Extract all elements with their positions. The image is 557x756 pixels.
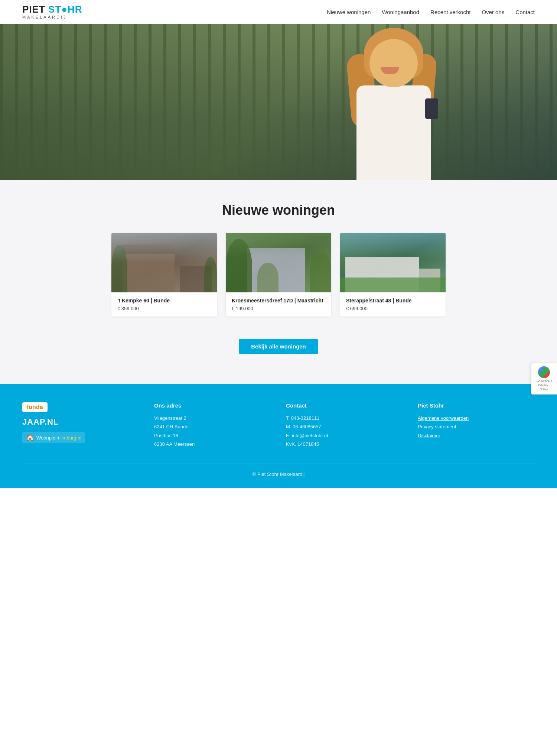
logo-piet: PIET (22, 4, 45, 15)
footer-adres-line3: Postbus 18 (154, 431, 271, 440)
woonplein-logo: 🏠 Woonplein limburg.nl (22, 432, 85, 443)
footer-ons-adres: Ons adres Vliegenstraat 2 6241 CH Bunde … (154, 402, 271, 449)
site-header: PIET ST●HR MAKELAARDIJ Nieuwe woningen W… (0, 0, 557, 24)
card-price-kroesmeestersdreef: € 199.000 (232, 306, 325, 311)
footer-link-disclaimer[interactable]: Disclaimer (418, 431, 535, 440)
card-image-sterappelstraat (340, 233, 446, 292)
card-address-sterappelstraat: Sterappelstraat 48 | Bunde (346, 298, 440, 304)
footer-link-algemene-voorwaarden[interactable]: Algemene voorwaarden (418, 414, 535, 422)
card-info-kroesmeestersdreef: Kroesmeestersdreef 17D | Maastricht € 19… (226, 292, 331, 317)
bekijk-alle-woningen-button[interactable]: Bekijk alle woningen (239, 339, 318, 354)
footer-adres-line2: 6241 CH Bunde (154, 422, 271, 431)
woonplein-text: Woonplein limburg.nl (36, 435, 81, 441)
woonplein-icon: 🏠 (26, 434, 34, 442)
footer-kvk: KvK. 14071845 (286, 440, 403, 448)
property-card-kroesmeestersdreef[interactable]: Kroesmeestersdreef 17D | Maastricht € 19… (226, 233, 331, 317)
footer-adres-line4: 6230 AA Meerssen (154, 440, 271, 448)
footer-mobiel: M. 06-46085657 (286, 422, 403, 431)
footer-adres-title: Ons adres (154, 402, 271, 409)
footer-contact: Contact T. 043-3218111 M. 06-46085657 E.… (286, 402, 403, 449)
funda-text: funda (27, 404, 43, 411)
card-image-kempke (111, 233, 217, 292)
recaptcha-text: reCAPTCHAPrivacy · Terms (535, 380, 553, 391)
logo-sub: MAKELAARDIJ (22, 15, 82, 19)
nav-over-ons[interactable]: Over ons (482, 9, 504, 15)
footer-telefoon: T. 043-3218111 (286, 414, 403, 422)
jaap-logo: JAAP.NL (22, 417, 139, 427)
footer-contact-title: Contact (286, 402, 403, 409)
footer-piet-stohr: Piet Stohr Algemene voorwaarden Privacy … (418, 402, 535, 449)
card-info-kempke: 't Kempke 60 | Bunde € 359.000 (111, 292, 217, 317)
nav-recent-verkocht[interactable]: Recent verkocht (430, 9, 470, 15)
hero-person (342, 24, 446, 180)
nav-nieuwe-woningen[interactable]: Nieuwe woningen (327, 9, 371, 15)
card-price-kempke: € 359.000 (117, 306, 211, 311)
hero-section (0, 24, 557, 180)
nav-contact[interactable]: Contact (515, 9, 535, 15)
section-title: Nieuwe woningen (22, 202, 535, 218)
property-cards: 't Kempke 60 | Bunde € 359.000 Kroesmees… (111, 233, 446, 317)
funda-logo: funda (22, 402, 48, 412)
footer-pietstohr-title: Piet Stohr (418, 402, 535, 409)
site-footer: funda JAAP.NL 🏠 Woonplein limburg.nl Ons… (0, 384, 557, 488)
property-card-kempke[interactable]: 't Kempke 60 | Bunde € 359.000 (111, 233, 217, 317)
recaptcha-logo (538, 366, 550, 378)
footer-email: E. info@pietstohr.nl (286, 431, 403, 440)
nieuwe-woningen-section: Nieuwe woningen 't Kempke 60 | Bunde € 3… (0, 180, 557, 384)
card-info-sterappelstraat: Sterappelstraat 48 | Bunde € 699.000 (340, 292, 446, 317)
card-price-sterappelstraat: € 699.000 (346, 306, 440, 311)
footer-copyright: © Piet Stohr Makelaardij (22, 464, 535, 477)
card-image-kroesmeestersdreef (226, 233, 331, 292)
nav-woningaanbod[interactable]: Woningaanbod (382, 9, 419, 15)
footer-logos: funda JAAP.NL 🏠 Woonplein limburg.nl (22, 402, 139, 449)
hero-overlay (0, 24, 557, 180)
jaap-text: JAAP.NL (22, 417, 59, 426)
copyright-text: © Piet Stohr Makelaardij (253, 471, 304, 477)
recaptcha-badge: reCAPTCHAPrivacy · Terms (531, 363, 557, 395)
logo-stohr: ST●HR (48, 4, 82, 15)
logo: PIET ST●HR MAKELAARDIJ (22, 4, 82, 19)
main-nav: Nieuwe woningen Woningaanbod Recent verk… (327, 9, 535, 15)
footer-columns: funda JAAP.NL 🏠 Woonplein limburg.nl Ons… (22, 402, 535, 449)
card-address-kempke: 't Kempke 60 | Bunde (117, 298, 211, 304)
footer-adres-line1: Vliegenstraat 2 (154, 414, 271, 422)
footer-link-privacy-statement[interactable]: Privacy statement (418, 422, 535, 431)
property-card-sterappelstraat[interactable]: Sterappelstraat 48 | Bunde € 699.000 (340, 233, 446, 317)
card-address-kroesmeestersdreef: Kroesmeestersdreef 17D | Maastricht (232, 298, 325, 304)
